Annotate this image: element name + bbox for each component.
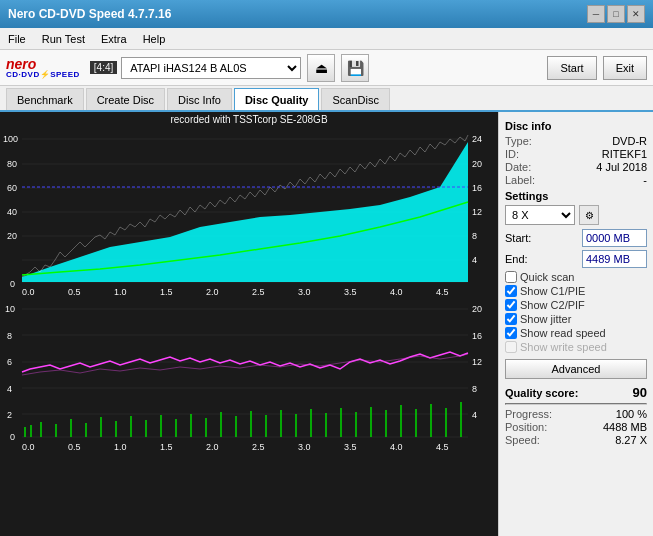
quick-scan-row: Quick scan (505, 271, 647, 283)
svg-text:3.5: 3.5 (344, 442, 357, 452)
close-button[interactable]: ✕ (627, 5, 645, 23)
tab-disc-quality[interactable]: Disc Quality (234, 88, 320, 110)
svg-text:0.5: 0.5 (68, 442, 81, 452)
toolbar: nero CD·DVD⚡SPEED [4:4] ATAPI iHAS124 B … (0, 50, 653, 86)
tab-scan-disc[interactable]: ScanDisc (321, 88, 389, 110)
disc-date-value: 4 Jul 2018 (596, 161, 647, 173)
charts-area: recorded with TSSTcorp SE-208GB 100 80 6… (0, 112, 498, 536)
svg-text:80: 80 (7, 159, 17, 169)
svg-text:40: 40 (7, 207, 17, 217)
exit-button[interactable]: Exit (603, 56, 647, 80)
menu-file[interactable]: File (4, 32, 30, 46)
svg-rect-61 (205, 418, 207, 437)
drive-dropdown[interactable]: ATAPI iHAS124 B AL0S (121, 57, 301, 79)
svg-rect-56 (130, 416, 132, 437)
show-jitter-label: Show jitter (520, 313, 571, 325)
svg-rect-59 (175, 419, 177, 437)
chart-title: recorded with TSSTcorp SE-208GB (0, 112, 498, 127)
main-content: recorded with TSSTcorp SE-208GB 100 80 6… (0, 112, 653, 536)
start-input[interactable] (582, 229, 647, 247)
svg-text:4: 4 (472, 410, 477, 420)
svg-text:20: 20 (7, 231, 17, 241)
svg-rect-78 (460, 402, 462, 437)
settings-title: Settings (505, 190, 647, 202)
svg-text:8: 8 (472, 231, 477, 241)
quick-scan-checkbox[interactable] (505, 271, 517, 283)
disc-id-label: ID: (505, 148, 519, 160)
disc-info-title: Disc info (505, 120, 647, 132)
svg-text:4: 4 (7, 384, 12, 394)
start-label: Start: (505, 232, 531, 244)
save-button[interactable]: 💾 (341, 54, 369, 82)
svg-rect-69 (325, 413, 327, 437)
svg-text:8: 8 (7, 331, 12, 341)
svg-text:12: 12 (472, 207, 482, 217)
show-write-speed-row: Show write speed (505, 341, 647, 353)
show-jitter-row: Show jitter (505, 313, 647, 325)
svg-text:20: 20 (472, 159, 482, 169)
show-c2-pif-checkbox[interactable] (505, 299, 517, 311)
speed-settings-row: 8 X ⚙ (505, 205, 647, 225)
progress-row: Progress: 100 % (505, 408, 647, 420)
eject-button[interactable]: ⏏ (307, 54, 335, 82)
svg-rect-53 (85, 423, 87, 437)
svg-rect-60 (190, 414, 192, 437)
speed-value: 8.27 X (615, 434, 647, 446)
quality-score-value: 90 (633, 385, 647, 400)
menu-help[interactable]: Help (139, 32, 170, 46)
end-mb-row: End: (505, 250, 647, 268)
tab-benchmark[interactable]: Benchmark (6, 88, 84, 110)
svg-text:16: 16 (472, 331, 482, 341)
svg-text:3.0: 3.0 (298, 287, 311, 297)
show-c1-pie-label: Show C1/PIE (520, 285, 585, 297)
drive-select: [4:4] ATAPI iHAS124 B AL0S (90, 57, 301, 79)
tab-create-disc[interactable]: Create Disc (86, 88, 165, 110)
disc-date-label: Date: (505, 161, 531, 173)
menu-run-test[interactable]: Run Test (38, 32, 89, 46)
speed-dropdown[interactable]: 8 X (505, 205, 575, 225)
show-jitter-checkbox[interactable] (505, 313, 517, 325)
svg-text:3.5: 3.5 (344, 287, 357, 297)
menu-extra[interactable]: Extra (97, 32, 131, 46)
svg-rect-58 (160, 415, 162, 437)
disc-label-label: Label: (505, 174, 535, 186)
speed-label: Speed: (505, 434, 540, 446)
disc-type-row: Type: DVD-R (505, 135, 647, 147)
show-read-speed-checkbox[interactable] (505, 327, 517, 339)
drive-port-label: [4:4] (90, 61, 117, 74)
advanced-button[interactable]: Advanced (505, 359, 647, 379)
show-read-speed-row: Show read speed (505, 327, 647, 339)
show-write-speed-label: Show write speed (520, 341, 607, 353)
end-input[interactable] (582, 250, 647, 268)
svg-rect-68 (310, 409, 312, 437)
progress-label: Progress: (505, 408, 552, 420)
svg-rect-75 (415, 409, 417, 437)
settings-icon-button[interactable]: ⚙ (579, 205, 599, 225)
svg-rect-71 (355, 412, 357, 437)
svg-text:4.5: 4.5 (436, 287, 449, 297)
svg-text:100: 100 (3, 134, 18, 144)
show-c1-pie-checkbox[interactable] (505, 285, 517, 297)
disc-id-value: RITEKF1 (602, 148, 647, 160)
svg-rect-70 (340, 408, 342, 437)
svg-rect-77 (445, 408, 447, 437)
menu-bar: File Run Test Extra Help (0, 28, 653, 50)
speed-row: Speed: 8.27 X (505, 434, 647, 446)
minimize-button[interactable]: ─ (587, 5, 605, 23)
disc-type-label: Type: (505, 135, 532, 147)
svg-text:24: 24 (472, 134, 482, 144)
tab-disc-info[interactable]: Disc Info (167, 88, 232, 110)
svg-rect-57 (145, 420, 147, 437)
show-c2-pif-row: Show C2/PIF (505, 299, 647, 311)
svg-text:10: 10 (5, 304, 15, 314)
maximize-button[interactable]: □ (607, 5, 625, 23)
svg-rect-50 (40, 422, 42, 437)
svg-text:12: 12 (472, 357, 482, 367)
svg-rect-51 (55, 424, 57, 437)
svg-rect-49 (30, 425, 32, 437)
svg-text:2.5: 2.5 (252, 442, 265, 452)
svg-rect-54 (100, 417, 102, 437)
svg-text:1.0: 1.0 (114, 442, 127, 452)
svg-rect-65 (265, 415, 267, 437)
start-button[interactable]: Start (547, 56, 596, 80)
